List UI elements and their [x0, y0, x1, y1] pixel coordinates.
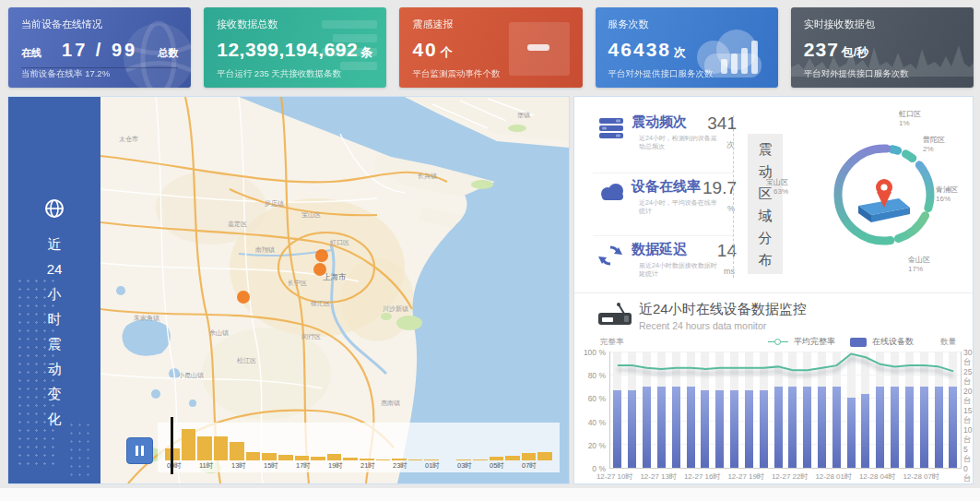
donut-label-普陀区: 普陀区2%: [923, 136, 945, 154]
legend-avg-completeness[interactable]: 平均完整率: [794, 336, 835, 348]
map-place-label: 太仓市: [119, 135, 138, 142]
timeline-overlay[interactable]: 09时11时13时15时17时19时21时23时01时03时05时07时: [158, 423, 560, 472]
shanghai-map[interactable]: 太仓市罗店镇嘉定区宝山区虹口区上海市长宁区徐汇区闵行区松江区佘山镇朱家角镇小昆山…: [100, 97, 569, 483]
donut-segment[interactable]: [898, 216, 925, 239]
timeline-bar: [360, 459, 374, 460]
sidebar-title-char: 震: [47, 331, 63, 356]
online-value: 17 / 99: [62, 40, 137, 61]
quake-count-value: 40: [412, 39, 437, 60]
sidebar-title-char: 小: [47, 281, 63, 306]
chart-legend: 平均完整率 在线设备数: [768, 336, 914, 348]
y-axis-right-tick: 30台: [963, 348, 973, 368]
x-axis-tick: 12-28 01时: [815, 471, 852, 482]
timeline-bar: [343, 458, 358, 460]
packet-rate-value: 237: [804, 39, 839, 60]
map-place-label: 松江区: [237, 357, 256, 364]
x-axis-tick: 12-28 07时: [903, 471, 939, 482]
donut-label-name: 普陀区: [923, 136, 945, 145]
map-place-label: 嘉定区: [228, 221, 247, 228]
timeline-hour-label: 23时: [391, 461, 423, 471]
donut-label-name: 宝山区: [711, 178, 788, 187]
y-axis-right-tick: 0台: [963, 464, 973, 484]
right-panel: 震动频次 近24小时，检测到的设备震动总频次 341 次 设备在线率 近24小时…: [573, 96, 974, 484]
donut-label-name: 虹口区: [899, 110, 921, 119]
y-axis-right-tick: 20台: [963, 387, 973, 407]
timeline-hour-label: 19时: [326, 461, 359, 471]
divider: [593, 235, 733, 236]
map-place-label: 上海市: [323, 272, 347, 281]
timeline-hour-label: 11时: [197, 461, 230, 471]
monitor-chart-plot[interactable]: [609, 352, 962, 469]
timeline-bar: [311, 457, 325, 460]
refresh-icon: [598, 245, 622, 267]
stat-card-quake-report: 震感速报 40个 平台监测震动事件个数: [399, 7, 582, 88]
map-place-label: 长兴镇: [418, 173, 437, 180]
quake-dot[interactable]: [313, 263, 326, 276]
timeline-bar: [214, 436, 229, 460]
total-data-unit: 条: [360, 45, 372, 59]
timeline-bar: [473, 459, 488, 460]
timeline-pause-button[interactable]: [126, 437, 153, 464]
map-place-label: 堡镇: [517, 112, 530, 119]
x-axis-tick: 12-27 13时: [640, 471, 677, 482]
donut-segment[interactable]: [905, 154, 912, 159]
quake-dot[interactable]: [237, 291, 250, 304]
map-place-label: 小昆山镇: [178, 372, 204, 379]
donut-segment[interactable]: [919, 165, 930, 209]
quake-dot[interactable]: [315, 249, 328, 262]
cloud-icon: [598, 182, 626, 202]
stat-card-device-online: 当前设备在线情况 在线 17 / 99 总数 当前设备在线率 17.2%: [8, 7, 191, 88]
donut-label-宝山区: 宝山区63%: [711, 178, 788, 197]
timeline-bar: [424, 459, 439, 460]
timeline-hour-label: 15时: [262, 461, 294, 471]
timeline-bar: [456, 459, 471, 460]
donut-label-name: 金山区: [908, 256, 930, 265]
sidebar-title-char: 24: [47, 256, 63, 281]
donut-label-pct: 1%: [899, 119, 921, 128]
sidebar-title-char: 近: [47, 232, 63, 256]
timeline-hour-label: 21时: [359, 461, 391, 471]
quake-count-unit: 个: [441, 45, 453, 59]
timeline-bar: [230, 442, 244, 460]
card-footer: 平台运行 235 天共接收数据条数: [217, 68, 341, 80]
timeline-bar: [408, 459, 423, 460]
stat-desc: 最近24小时数据接收数据时延统计: [639, 261, 718, 278]
timeline-cursor[interactable]: [171, 417, 173, 474]
timeline-hour-label: 13时: [230, 461, 262, 471]
map-sidebar: 近24小时震动变化: [8, 97, 100, 483]
map-place-label: 罗店镇: [265, 199, 284, 208]
donut-label-pct: 16%: [936, 195, 958, 204]
y-axis-right-tick: 10台: [963, 425, 973, 446]
timeline-bar: [505, 456, 520, 460]
map-place-label: 宝山区: [301, 211, 321, 218]
map-place-label: 徐汇区: [311, 300, 330, 307]
page-bottom-strip: [0, 488, 980, 501]
total-label: 总数: [158, 46, 178, 60]
donut-label-pct: 17%: [908, 265, 930, 274]
stat-quake-frequency: 震动频次 近24小时，检测到的设备震动总频次 341 次: [598, 113, 735, 165]
line-legend-marker: [768, 341, 788, 342]
x-axis-tick: 12-27 16时: [684, 471, 721, 482]
stat-desc: 近24小时，平均设备在线率统计: [639, 198, 718, 215]
timeline-bar: [197, 436, 212, 460]
stats-and-zone-section: 震动频次 近24小时，检测到的设备震动总频次 341 次 设备在线率 近24小时…: [574, 97, 973, 293]
donut-label-金山区: 金山区17%: [908, 256, 930, 274]
legend-online-devices[interactable]: 在线设备数: [872, 336, 914, 348]
timeline-hour-label: 01时: [423, 461, 455, 471]
timeline-hour-label: 03时: [455, 461, 488, 471]
stat-desc: 近24小时，检测到的设备震动总频次: [639, 134, 718, 150]
stat-card-service-count: 服务次数 46438次 平台对外提供接口服务次数: [596, 7, 778, 88]
timeline-bar: [246, 452, 261, 460]
donut-segment[interactable]: [892, 149, 898, 150]
timeline-bar: [522, 453, 537, 460]
card-title: 震感速报: [412, 18, 569, 31]
stat-data-delay: 数据延迟 最近24小时数据接收数据时延统计 14 ms: [598, 241, 735, 292]
bar-legend-marker: [850, 338, 867, 347]
y-axis-left-tick: 20 %: [582, 441, 606, 450]
donut-label-青浦区: 青浦区16%: [936, 185, 958, 204]
seismograph-icon: [596, 302, 635, 329]
stat-card-realtime-packets: 实时接收数据包 237包/秒 平台对外提供接口服务次数: [791, 7, 974, 88]
zone-title-char: 分: [759, 228, 773, 247]
sidebar-title-char: 变: [47, 381, 63, 406]
sidebar-title-char: 动: [47, 356, 63, 381]
